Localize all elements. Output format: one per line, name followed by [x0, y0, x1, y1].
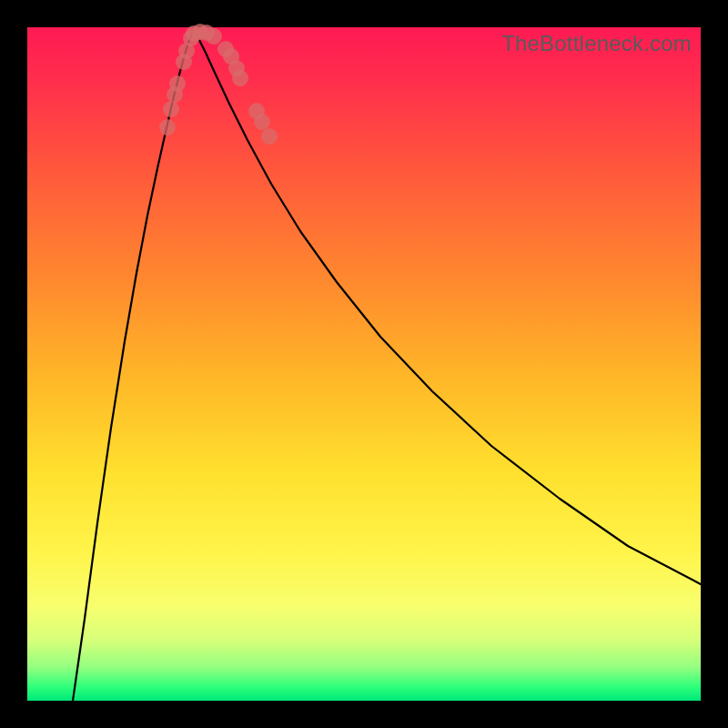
data-marker	[232, 70, 248, 86]
curve-right-arm	[193, 31, 701, 584]
data-marker	[206, 28, 222, 45]
chart-svg	[27, 27, 701, 701]
outer-frame: TheBottleneck.com	[0, 0, 728, 728]
plot-area: TheBottleneck.com	[27, 27, 701, 701]
data-marker	[254, 114, 270, 130]
data-marker	[261, 128, 278, 145]
data-marker	[159, 119, 176, 136]
scatter-markers	[159, 24, 278, 145]
data-marker	[169, 76, 186, 92]
data-marker	[163, 101, 179, 117]
curve-left-arm	[73, 31, 193, 701]
